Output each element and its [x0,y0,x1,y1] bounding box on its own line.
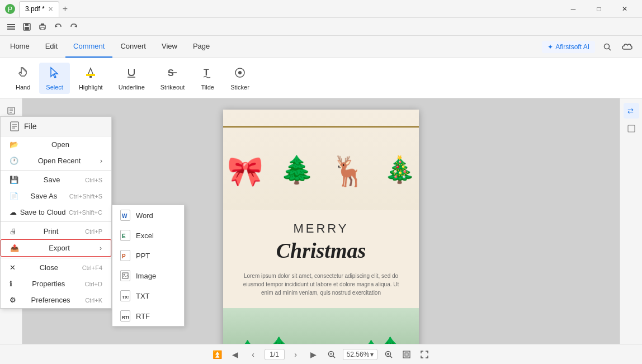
fullscreen-button[interactable] [418,348,431,361]
redo-button[interactable] [67,20,81,34]
save-cloud-shortcut: Ctrl+Shift+C [69,209,102,216]
export-txt[interactable]: TXT TXT [112,286,184,306]
ai-button[interactable]: ✦ Afirstsoft AI [542,41,595,53]
menu-print[interactable]: 🖨 Print Ctrl+P [1,223,111,239]
close-button[interactable]: ✕ [612,0,638,18]
highlight-tool[interactable]: Highlight [72,63,110,94]
svg-rect-15 [86,74,95,76]
menu-preferences[interactable]: ⚙ Preferences Ctrl+K [1,292,111,308]
menu-right-area: ✦ Afirstsoft AI [542,36,640,58]
christmas-text: Christmas [240,238,402,263]
menubar: Home Edit Comment Convert View Page ✦ Af… [0,36,642,58]
prev-page-button[interactable]: ◀ [229,348,242,361]
translate-button[interactable]: ⇄ [624,103,639,119]
first-page-button[interactable]: ⏫ [211,348,224,361]
export-image[interactable]: Image [112,266,184,286]
image-label: Image [136,272,156,280]
ornament-row: 🎀 🌲 🦌 🎄 [227,154,416,188]
svg-rect-16 [89,76,92,78]
strikeout-icon: S [166,66,179,83]
menu-edit[interactable]: Edit [37,36,65,58]
export-label: Export [49,244,70,252]
save-cloud-icon: ☁ [10,208,17,216]
select-icon [48,66,62,83]
svg-rect-4 [7,29,15,30]
titlebar: P 3.pdf * ✕ + ─ □ ✕ [0,0,642,18]
zoom-selector[interactable]: 52.56% ▾ [343,349,378,360]
right-panel: ⇄ [620,98,642,344]
fit-page-button[interactable] [400,348,413,361]
hand-tool[interactable]: Hand [9,63,37,94]
file-menu-button[interactable] [4,20,18,34]
panel-icon-2[interactable] [624,121,639,136]
strikeout-tool[interactable]: S Strikeout [154,63,191,94]
svg-text:P: P [8,6,12,13]
save-icon: 💾 [10,176,18,184]
sticker-tool[interactable]: Sticker [224,63,256,94]
export-excel[interactable]: E Excel [112,225,184,245]
svg-rect-28 [628,125,635,132]
divider-2 [1,221,111,222]
select-tool[interactable]: Select [39,63,70,94]
zoom-in-button[interactable] [382,348,395,361]
prev-page-btn2[interactable]: ‹ [247,348,260,361]
export-submenu: W Word E Excel P PPT Image [112,205,185,327]
ppt-icon: P [120,250,130,261]
ai-label: Afirstsoft AI [555,43,589,51]
restore-button[interactable]: □ [586,0,612,18]
new-tab-button[interactable]: + [63,4,68,13]
menu-home[interactable]: Home [2,36,37,58]
tab-pdf[interactable]: 3.pdf * ✕ [19,1,59,17]
print-shortcut: Ctrl+P [85,228,102,235]
menu-close[interactable]: ✕ Close Ctrl+F4 [1,259,111,276]
preferences-label: Preferences [31,296,70,304]
svg-text:TXT: TXT [122,295,129,300]
open-label: Open [51,140,69,149]
ornament-pine: 🌲 [280,154,314,186]
export-ppt[interactable]: P PPT [112,245,184,266]
menu-view[interactable]: View [154,36,185,58]
menu-page[interactable]: Page [185,36,218,58]
menu-export[interactable]: 📤 Export › [1,239,111,257]
menu-open[interactable]: 📂 Open [1,136,111,153]
close-shortcut: Ctrl+F4 [82,264,102,271]
search-button[interactable] [599,39,615,55]
menu-save[interactable]: 💾 Save Ctrl+S [1,172,111,188]
tool-ribbon: Hand Select Highlight Underline S Strike… [0,58,642,98]
menu-open-recent[interactable]: 🕐 Open Recent › [1,153,111,169]
image-icon [120,270,130,281]
ornament-reindeer: 🦌 [331,154,367,188]
zoom-out-button[interactable] [325,348,338,361]
txt-label: TXT [136,292,150,300]
last-page-button[interactable]: ▶ [307,348,320,361]
export-word[interactable]: W Word [112,205,184,225]
save-toolbar-button[interactable] [20,20,34,34]
menu-save-as[interactable]: 📄 Save As Ctrl+Shift+S [1,188,111,204]
svg-marker-12 [74,25,77,27]
main-content: 🎀 🌲 🦌 🎄 MERRY Christmas Lorem ipsum dolo… [0,98,642,344]
file-menu: File 📂 Open 🕐 Open Recent › 💾 Save Ctrl+… [0,116,112,309]
rope-decoration [223,126,419,127]
cloud-button[interactable] [620,39,635,55]
export-rtf[interactable]: RTF RTF [112,306,184,326]
pdf-page: 🎀 🌲 🦌 🎄 MERRY Christmas Lorem ipsum dolo… [223,110,419,344]
next-page-btn[interactable]: › [289,348,303,361]
select-label: Select [46,84,63,91]
print-toolbar-button[interactable] [36,20,49,34]
page-indicator[interactable]: 1/1 [265,349,285,360]
divider-3 [1,258,111,258]
underline-tool[interactable]: Underline [112,63,152,94]
tab-close-button[interactable]: ✕ [48,6,53,13]
highlight-icon [84,66,97,83]
svg-point-41 [124,274,125,276]
tilde-label: Tilde [201,84,214,91]
menu-save-to-cloud[interactable]: ☁ Save to Cloud Ctrl+Shift+C [1,204,111,220]
menu-convert[interactable]: Convert [112,36,154,58]
undo-button[interactable] [51,20,65,34]
minimize-button[interactable]: ─ [560,0,586,18]
menu-comment[interactable]: Comment [65,36,112,58]
file-icon [10,121,20,131]
ornament-heart: 🎀 [227,154,263,188]
menu-properties[interactable]: ℹ Properties Ctrl+D [1,276,111,292]
tilde-tool[interactable]: T Tilde [193,63,221,94]
